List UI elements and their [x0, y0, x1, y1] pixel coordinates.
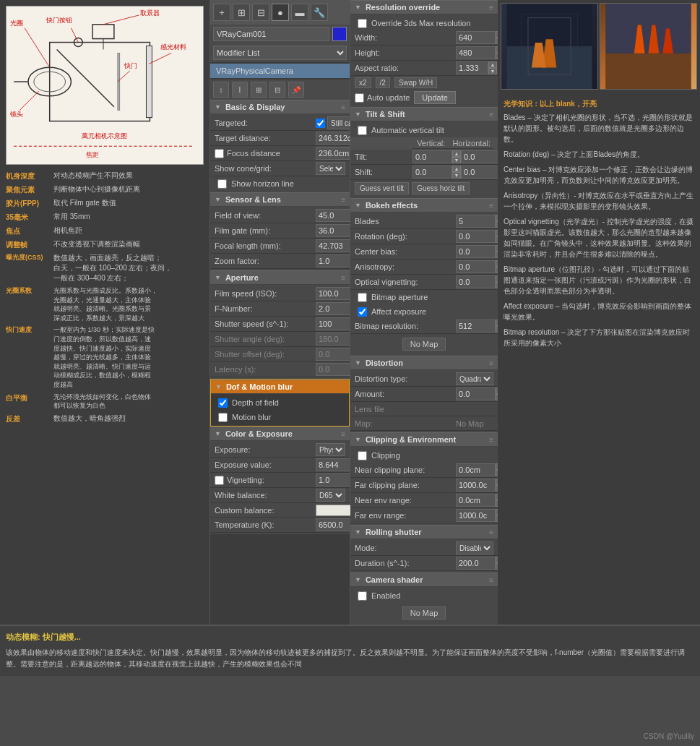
bitmap-aperture-checkbox[interactable] — [358, 293, 367, 302]
shader-enabled-checkbox[interactable] — [358, 591, 367, 601]
grid-icon[interactable]: ⊞ — [251, 82, 267, 98]
move-button[interactable]: ⊞ — [233, 4, 250, 21]
render-button[interactable]: ▬ — [291, 4, 308, 21]
rolling-mode-select[interactable]: Disabled — [456, 541, 493, 554]
show-cone-select[interactable]: Selected — [316, 162, 345, 175]
spin-up[interactable]: ▲ — [452, 150, 461, 157]
aniso-input[interactable] — [456, 260, 496, 273]
vignetting-checkbox[interactable] — [215, 476, 224, 485]
div2-button[interactable]: /2 — [376, 77, 390, 88]
exposure-val-input[interactable] — [316, 458, 355, 471]
distortion-type-select[interactable]: Quadratic — [456, 372, 493, 385]
custom-balance-swatch[interactable] — [316, 505, 352, 516]
film-gate-input[interactable] — [316, 224, 355, 237]
far-env-input[interactable] — [456, 509, 496, 522]
near-clip-input[interactable] — [456, 463, 496, 476]
clipping-header[interactable]: ▼ Clipping & Environment ≡ — [350, 432, 498, 447]
exposure-select[interactable]: Physical exposu — [316, 443, 345, 456]
dof-header[interactable]: ▼ Dof & Motion blur — [211, 380, 349, 394]
dof-checkbox[interactable] — [218, 398, 228, 408]
aspect-input[interactable] — [456, 61, 488, 74]
auto-update-checkbox[interactable] — [355, 93, 364, 103]
vignetting-input[interactable] — [316, 473, 355, 486]
rolling-duration-input[interactable] — [456, 557, 496, 570]
arrow-icon[interactable]: ↕ — [213, 82, 229, 98]
target-dist-input[interactable] — [316, 132, 355, 145]
vray-camera-item[interactable]: VRayPhysicalCamera — [210, 64, 350, 78]
tilt-v-spinner[interactable]: ▲ ▼ — [452, 150, 461, 163]
swap-wh-button[interactable]: Swap W/H — [394, 77, 437, 88]
basic-display-header[interactable]: ▼ Basic & Display ≡ — [210, 100, 350, 114]
spin-down[interactable]: ▼ — [488, 68, 497, 74]
affect-exposure-checkbox[interactable] — [358, 307, 367, 317]
fov-input[interactable] — [316, 209, 355, 222]
photo-strip — [498, 0, 700, 93]
clipping-checkbox[interactable] — [358, 451, 367, 460]
shutter-offset-input[interactable] — [316, 348, 355, 361]
x2-button[interactable]: x2 — [355, 77, 371, 88]
center-bias-input[interactable] — [456, 245, 496, 258]
guess-vert-button[interactable]: Guess vert tilt — [355, 182, 409, 194]
copy-icon[interactable]: ⊟ — [269, 82, 285, 98]
override-checkbox[interactable] — [358, 19, 367, 28]
focus-dist-checkbox[interactable] — [215, 149, 224, 158]
update-button[interactable]: Update — [414, 91, 455, 104]
wb-select[interactable]: D65 — [316, 489, 345, 502]
shutter-offset-label: Shutter offset (deg): — [215, 350, 316, 359]
pin-icon[interactable]: 📌 — [288, 82, 304, 98]
motion-blur-checkbox[interactable] — [218, 413, 228, 422]
focal-length-input[interactable] — [316, 239, 355, 252]
show-horizon-checkbox[interactable] — [217, 179, 227, 189]
shader-no-map-button[interactable]: No Map — [402, 606, 446, 619]
auto-vert-checkbox[interactable] — [358, 126, 367, 135]
settings-button[interactable]: 🔧 — [311, 4, 328, 21]
rotation-input[interactable] — [456, 230, 496, 243]
spin-down[interactable]: ▼ — [452, 157, 461, 163]
spin-up[interactable]: ▲ — [452, 166, 461, 172]
camera-color-swatch[interactable] — [332, 27, 347, 41]
sensor-lens-header[interactable]: ▼ Sensor & Lens ≡ — [210, 192, 350, 207]
shift-v-spinner[interactable]: ▲ ▼ — [452, 166, 461, 179]
near-env-input[interactable] — [456, 494, 496, 507]
temperature-input[interactable] — [316, 518, 355, 531]
bokeh-header[interactable]: ▼ Bokeh effects ≡ — [350, 198, 498, 213]
tilt-shift-header[interactable]: ▼ Tilt & Shift ≡ — [350, 107, 498, 121]
targeted-checkbox[interactable] — [316, 119, 325, 128]
shift-v-input[interactable] — [412, 166, 452, 179]
aperture-header[interactable]: ▼ Aperture ≡ — [210, 270, 350, 285]
focus-dist-input[interactable] — [316, 147, 355, 160]
rolling-shutter-header[interactable]: ▼ Rolling shutter ≡ — [350, 525, 498, 539]
add-button[interactable]: + — [213, 4, 230, 21]
shift-h-input[interactable] — [461, 166, 498, 179]
edit-icon[interactable]: I — [232, 82, 248, 98]
aspect-spinner[interactable]: ▲ ▼ — [488, 61, 497, 74]
camera-shader-header[interactable]: ▼ Camera shader ≡ — [350, 573, 498, 587]
guess-horiz-button[interactable]: Guess horiz tilt — [412, 182, 470, 194]
shutter-angle-input[interactable] — [316, 333, 355, 346]
blades-input[interactable] — [456, 215, 496, 228]
bokeh-no-map-button[interactable]: No Map — [402, 338, 446, 351]
far-clip-input[interactable] — [456, 479, 496, 492]
spin-up[interactable]: ▲ — [488, 61, 497, 68]
distortion-amount-input[interactable] — [456, 387, 496, 400]
tilt-v-input[interactable] — [412, 150, 452, 163]
shutter-speed-input[interactable] — [316, 317, 355, 330]
color-exposure-header[interactable]: ▼ Color & Exposure ≡ — [210, 426, 350, 441]
film-speed-input[interactable] — [316, 287, 355, 300]
camera-button[interactable]: ● — [272, 4, 289, 21]
zoom-input[interactable] — [316, 254, 355, 267]
fnumber-input[interactable] — [316, 302, 355, 315]
modifier-select[interactable]: Modifier List — [213, 46, 347, 60]
distortion-header[interactable]: ▼ Distortion ≡ — [350, 356, 498, 370]
tilt-h-input[interactable] — [461, 150, 498, 163]
optical-input[interactable] — [456, 275, 496, 288]
width-input[interactable] — [456, 31, 496, 44]
height-input[interactable] — [456, 46, 496, 59]
rotation-label: Rotation (deg): — [355, 232, 456, 241]
select-button[interactable]: ⊟ — [252, 4, 269, 21]
latency-input[interactable] — [316, 363, 355, 376]
spin-down[interactable]: ▼ — [452, 172, 461, 179]
bitmap-res-input[interactable] — [456, 320, 496, 333]
camera-name-input[interactable] — [213, 27, 329, 41]
resolution-override-header[interactable]: ▼ Resolution override ≡ — [350, 0, 498, 14]
